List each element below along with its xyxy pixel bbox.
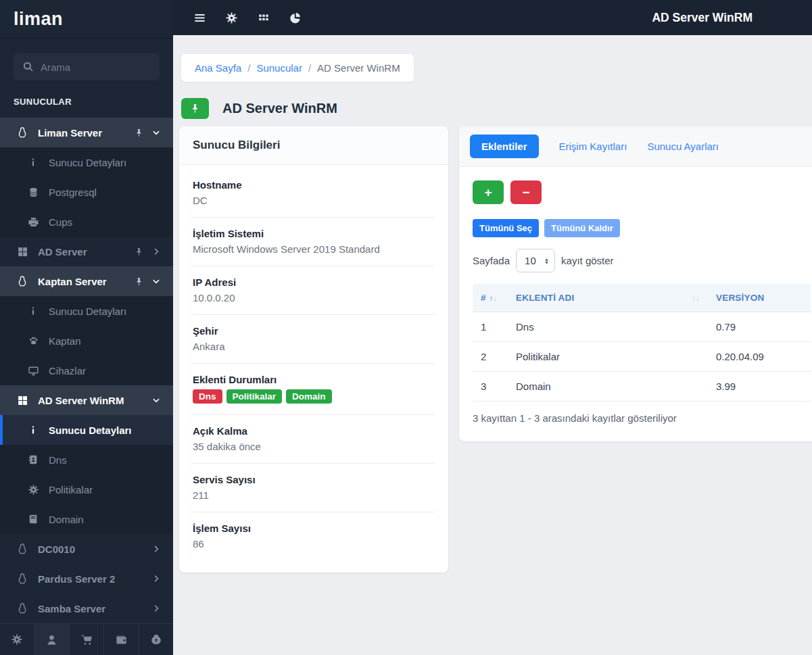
windows-icon: [15, 395, 30, 406]
table-records-info: 3 kayıttan 1 - 3 arasındaki kayıtlar gös…: [473, 412, 811, 428]
profile-icon[interactable]: [34, 624, 69, 655]
sidebar-item-liman-server[interactable]: Liman Server: [0, 118, 173, 147]
column-header-num[interactable]: # ↑↓: [473, 284, 508, 312]
sidebar-item-kaptan[interactable]: Kaptan: [0, 326, 173, 356]
sidebar-item-dc0010[interactable]: DC0010: [0, 534, 173, 564]
sidebar: liman SUNUCULAR Liman Server Sunucu Deta…: [0, 0, 173, 655]
plugins-table-header: # ↑↓ EKLENTİ ADI ↑↓ VERSİYON: [473, 284, 811, 312]
sort-icons: ↑↓: [692, 294, 700, 302]
sidebar-item-postgresql[interactable]: Postgresql: [0, 177, 173, 207]
sort-icons: ↑↓: [489, 294, 497, 302]
sidebar-item-cups[interactable]: Cups: [0, 207, 173, 237]
sidebar-item-domain[interactable]: Domain: [0, 504, 173, 534]
sort-desc-icon: ↓: [696, 294, 700, 302]
field-service-count: Servis Sayısı 211: [193, 464, 435, 512]
chevron-right-icon: [151, 604, 161, 613]
table-row[interactable]: 2 Politikalar 0.20.04.09: [473, 342, 811, 372]
server-menu: Liman Server Sunucu Detayları Postgresql…: [0, 118, 173, 623]
breadcrumb: Ana Sayfa / Sunucular / AD Server WinRM: [181, 54, 414, 82]
info-icon: [26, 424, 41, 435]
tab-erisim-kayitlari[interactable]: Erişim Kayıtları: [559, 141, 627, 152]
breadcrumb-link-home[interactable]: Ana Sayfa: [195, 62, 241, 74]
sidebar-item-sunucu-detaylari[interactable]: Sunucu Detayları: [0, 147, 173, 177]
settings-icon[interactable]: [216, 0, 247, 35]
field-os: İşletim Sistemi Microsoft Windows Server…: [193, 218, 435, 266]
status-badge-domain: Domain: [286, 389, 332, 404]
sidebar-item-pardus-server-2[interactable]: Pardus Server 2: [0, 564, 173, 593]
table-row[interactable]: 1 Dns 0.79: [473, 312, 811, 342]
favorite-pin-button[interactable]: [181, 98, 209, 119]
status-badge-dns: Dns: [193, 389, 222, 404]
plugins-table: # ↑↓ EKLENTİ ADI ↑↓ VERSİYON: [473, 284, 811, 428]
tux-icon: [15, 275, 30, 287]
plugins-panel-card: Eklentiler Erişim Kayıtları Sunucu Ayarl…: [459, 126, 812, 441]
page-size-select[interactable]: 10 ▲▼: [516, 249, 555, 272]
server-info-card: Sunucu Bilgileri Hostname DC İşletim Sis…: [179, 126, 448, 573]
breadcrumb-separator: /: [308, 62, 311, 74]
field-city: Şehir Ankara: [193, 315, 435, 364]
field-ip: IP Adresi 10.0.0.20: [193, 266, 435, 315]
book-icon: [26, 514, 41, 525]
wallet-icon[interactable]: [104, 624, 139, 655]
column-header-name[interactable]: EKLENTİ ADI ↑↓: [508, 284, 708, 312]
chevron-right-icon: [151, 247, 161, 256]
page-size-suffix: kayıt göster: [561, 255, 614, 266]
tux-icon: [15, 126, 30, 139]
sidebar-item-sunucu-detaylari[interactable]: Sunucu Detayları: [0, 296, 173, 326]
pin-icon[interactable]: [135, 128, 143, 137]
sidebar-item-ad-server[interactable]: AD Server: [0, 237, 173, 266]
tux-icon: [15, 602, 30, 614]
tab-sunucu-ayarlari[interactable]: Sunucu Ayarları: [647, 141, 719, 152]
chevron-down-icon: [151, 128, 161, 137]
paw-icon: [26, 335, 41, 347]
field-plugin-status: Eklenti Durumları Dns Politikalar Domain: [193, 364, 435, 415]
store-cart-icon[interactable]: [70, 624, 104, 655]
sidebar-search: [14, 53, 160, 80]
field-hostname: Hostname DC: [193, 169, 435, 218]
deselect-all-button[interactable]: Tümünü Kaldır: [544, 219, 620, 237]
sidebar-item-cihazlar[interactable]: Cihazlar: [0, 356, 173, 385]
sidebar-item-sunucu-detaylari-active[interactable]: Sunucu Detayları: [0, 415, 173, 445]
sidebar-item-samba-server[interactable]: Samba Server: [0, 593, 173, 623]
select-all-button[interactable]: Tümünü Seç: [473, 219, 539, 237]
table-row[interactable]: 3 Domain 3.99: [473, 372, 811, 402]
sidebar-item-kaptan-server[interactable]: Kaptan Server: [0, 266, 173, 296]
sidebar-section-title: SUNUCULAR: [14, 97, 173, 107]
info-icon: [26, 306, 41, 316]
vault-icon[interactable]: [139, 624, 173, 655]
tux-icon: [15, 573, 30, 585]
server-info-card-title: Sunucu Bilgileri: [179, 126, 448, 165]
main-content: Ana Sayfa / Sunucular / AD Server WinRM …: [173, 35, 812, 655]
menu-icon[interactable]: [184, 0, 216, 35]
page-title: AD Server WinRM: [222, 101, 337, 116]
field-uptime: Açık Kalma 35 dakika önce: [193, 415, 435, 464]
breadcrumb-link-servers[interactable]: Sunucular: [256, 62, 302, 74]
pin-icon: [190, 103, 200, 114]
chevron-right-icon: [151, 574, 161, 583]
navbar-title: AD Server WinRM: [652, 11, 812, 25]
chevron-down-icon: [151, 395, 161, 405]
select-arrows-icon: ▲▼: [544, 258, 549, 264]
chevron-right-icon: [151, 544, 161, 554]
brand-logo[interactable]: liman: [0, 0, 173, 39]
add-plugin-button[interactable]: +: [473, 180, 504, 204]
windows-icon: [15, 246, 30, 258]
sidebar-item-politikalar[interactable]: Politikalar: [0, 475, 173, 504]
search-input[interactable]: [14, 53, 160, 80]
chevron-down-icon: [151, 276, 161, 286]
info-icon: [26, 157, 41, 168]
settings-icon[interactable]: [0, 624, 34, 655]
pin-icon[interactable]: [135, 247, 143, 256]
page-title-row: AD Server WinRM: [181, 98, 812, 119]
column-header-version[interactable]: VERSİYON: [708, 284, 811, 312]
apps-grid-icon[interactable]: [247, 0, 279, 35]
tab-eklentiler[interactable]: Eklentiler: [470, 135, 539, 158]
pie-chart-icon[interactable]: [279, 0, 311, 35]
gear-icon: [26, 484, 41, 495]
remove-plugin-button[interactable]: −: [510, 180, 542, 204]
sidebar-item-ad-server-winrm[interactable]: AD Server WinRM: [0, 385, 173, 415]
sidebar-item-dns[interactable]: Dns: [0, 445, 173, 475]
pin-icon[interactable]: [135, 277, 143, 286]
sidebar-footer: [0, 623, 173, 655]
breadcrumb-separator: /: [247, 62, 250, 74]
